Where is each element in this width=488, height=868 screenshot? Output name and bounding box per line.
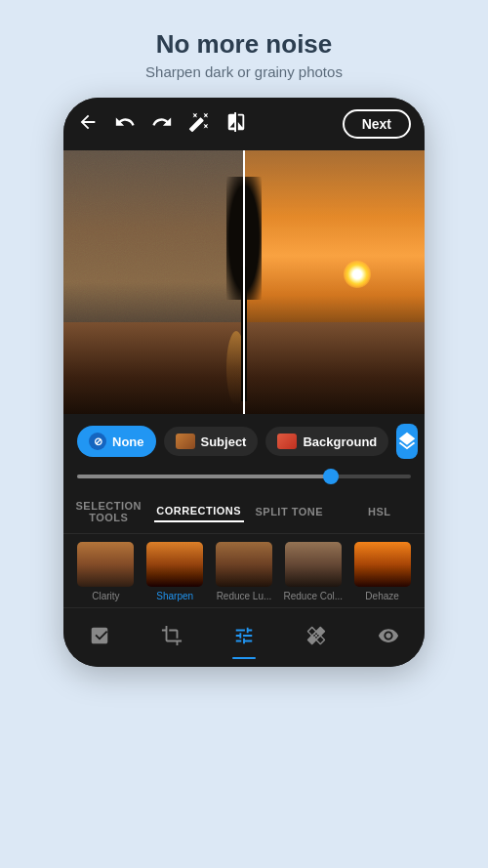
slider-thumb[interactable]: [323, 469, 339, 484]
tab-hsl[interactable]: HSL: [335, 502, 426, 521]
correction-reduce-color[interactable]: Reduce Col...: [280, 542, 346, 601]
phone-shell: Next ⊘ None Subject Background: [63, 98, 425, 667]
tabs-row: SELECTION TOOLS CORRECTIONS SPLIT TONE H…: [63, 488, 425, 534]
toolbar-left: [77, 111, 247, 138]
background-thumbnail: [277, 434, 297, 449]
clarity-label: Clarity: [92, 591, 119, 601]
subject-thumbnail: [176, 434, 195, 449]
photo-area: [63, 150, 425, 414]
slider-fill: [77, 475, 331, 478]
toolbar: Next: [63, 98, 425, 150]
reduce-col-thumb: [285, 542, 342, 587]
sharpen-label: Sharpen: [156, 591, 193, 601]
tab-corrections[interactable]: CORRECTIONS: [154, 501, 245, 522]
none-icon: ⊘: [89, 433, 106, 450]
reduce-lu-thumb: [216, 542, 272, 587]
back-icon[interactable]: [77, 111, 99, 138]
bottom-nav: [63, 607, 425, 667]
magic-icon[interactable]: [188, 111, 210, 138]
nav-heal[interactable]: [299, 618, 334, 653]
reduce-col-label: Reduce Col...: [283, 591, 343, 601]
clarity-thumb: [77, 542, 134, 587]
subject-button[interactable]: Subject: [164, 427, 259, 456]
dehaze-label: Dehaze: [365, 591, 398, 601]
nav-adjust[interactable]: [226, 618, 262, 653]
page-title: No more noise: [145, 29, 343, 60]
dehaze-thumb: [354, 542, 411, 587]
slider-container[interactable]: [63, 469, 425, 488]
undo-icon[interactable]: [114, 111, 136, 138]
none-label: None: [112, 434, 144, 449]
corrections-row: Clarity Sharpen Reduce Lu... Reduce Col.…: [63, 534, 425, 607]
correction-sharpen[interactable]: Sharpen: [142, 542, 208, 601]
next-button[interactable]: Next: [343, 109, 411, 139]
subject-label: Subject: [201, 434, 247, 449]
header-section: No more noise Sharpen dark or grainy pho…: [145, 29, 343, 80]
none-button[interactable]: ⊘ None: [77, 426, 156, 457]
nav-view[interactable]: [371, 618, 406, 653]
compare-divider[interactable]: [243, 150, 245, 414]
correction-reduce-luminance[interactable]: Reduce Lu...: [212, 542, 277, 601]
redo-icon[interactable]: [151, 111, 173, 138]
sharpen-thumb: [146, 542, 203, 587]
correction-dehaze[interactable]: Dehaze: [349, 542, 415, 601]
page-subtitle: Sharpen dark or grainy photos: [145, 63, 343, 80]
background-button[interactable]: Background: [265, 427, 388, 456]
slider-track[interactable]: [77, 475, 411, 478]
background-label: Background: [303, 434, 377, 449]
correction-clarity[interactable]: Clarity: [73, 542, 139, 601]
sun-element: [344, 261, 371, 288]
layers-button[interactable]: [396, 424, 418, 459]
tab-selection-tools[interactable]: SELECTION TOOLS: [63, 496, 154, 527]
nav-crop[interactable]: [154, 618, 189, 653]
tab-split-tone[interactable]: SPLIT TONE: [244, 502, 335, 521]
compare-icon[interactable]: [225, 111, 247, 138]
selection-bar: ⊘ None Subject Background: [63, 414, 425, 469]
nav-auto[interactable]: [82, 618, 117, 653]
reduce-lu-label: Reduce Lu...: [217, 591, 272, 601]
